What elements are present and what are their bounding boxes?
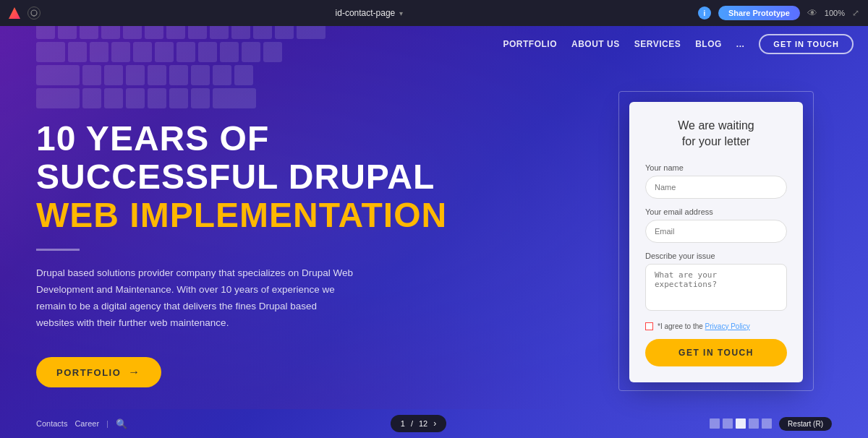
bottom-links: Contacts Career | 🔍 bbox=[36, 418, 127, 429]
hero-divider bbox=[36, 249, 80, 251]
figma-logo-icon bbox=[9, 7, 20, 19]
privacy-checkbox[interactable] bbox=[645, 322, 653, 330]
submit-button[interactable]: GET IN TOUCH bbox=[645, 339, 787, 366]
zoom-level: 100% bbox=[825, 9, 845, 17]
page-name[interactable]: id-contact-page bbox=[336, 8, 396, 18]
nav-item-services[interactable]: SERVICES bbox=[634, 39, 681, 49]
search-icon[interactable]: 🔍 bbox=[116, 418, 127, 429]
privacy-policy-row: *I agree to the Privacy Policy bbox=[645, 322, 787, 330]
privacy-text: *I agree to the Privacy Policy bbox=[658, 322, 750, 330]
nav-item-more[interactable]: ... bbox=[736, 39, 745, 49]
hero-description: Drupal based solutions provider company … bbox=[36, 265, 354, 332]
bottom-right-controls: Restart (R) bbox=[710, 417, 832, 431]
nav-cta-button[interactable]: GET IN TOUCH bbox=[759, 34, 854, 54]
portfolio-button[interactable]: PORTFOLIO → bbox=[36, 357, 161, 387]
contact-form-title: We are waiting for your letter bbox=[645, 118, 787, 150]
pagination-separator: / bbox=[411, 419, 413, 428]
nav-item-about[interactable]: ABOUT US bbox=[571, 39, 620, 49]
portfolio-button-label: PORTFOLIO bbox=[56, 367, 121, 378]
size-box-small[interactable] bbox=[710, 418, 720, 429]
bottom-separator: | bbox=[106, 419, 109, 428]
email-input[interactable] bbox=[645, 220, 787, 243]
issue-textarea[interactable] bbox=[645, 264, 787, 311]
hero-title-line1: 10 YEARS OF bbox=[36, 120, 456, 158]
career-link[interactable]: Career bbox=[75, 419, 99, 428]
contacts-link[interactable]: Contacts bbox=[36, 419, 67, 428]
email-field-label: Your email address bbox=[645, 207, 787, 216]
share-prototype-button[interactable]: Share Prototype bbox=[718, 6, 800, 20]
size-box-xlarge[interactable] bbox=[749, 418, 759, 429]
pagination-current: 1 bbox=[401, 419, 405, 428]
main-area: PORTFOLIO ABOUT US SERVICES BLOG ... GET… bbox=[0, 26, 868, 438]
expand-icon[interactable]: ⤢ bbox=[852, 8, 859, 18]
hero-content: 10 YEARS OF SUCCESSFUL DRUPAL WEB IMPLEM… bbox=[36, 120, 456, 387]
hero-title-highlight: WEB IMPLEMENTATION bbox=[36, 197, 456, 235]
bottom-bar: Contacts Career | 🔍 1 / 12 › Restart (R) bbox=[0, 409, 868, 438]
size-box-large[interactable] bbox=[736, 418, 746, 429]
nav-item-blog[interactable]: BLOG bbox=[695, 39, 722, 49]
toolbar-center: id-contact-page ▾ bbox=[336, 8, 404, 18]
navigation-bar: PORTFOLIO ABOUT US SERVICES BLOG ... GET… bbox=[0, 26, 868, 62]
eye-icon[interactable]: 👁 bbox=[807, 7, 817, 19]
toolbar-right: i Share Prototype 👁 100% ⤢ bbox=[698, 6, 859, 20]
name-input[interactable] bbox=[645, 176, 787, 199]
chevron-down-icon[interactable]: ▾ bbox=[399, 9, 403, 17]
arrow-right-icon: → bbox=[128, 366, 141, 379]
privacy-link[interactable]: Privacy Policy bbox=[705, 322, 750, 330]
pagination-next-icon[interactable]: › bbox=[433, 418, 436, 429]
toolbar: id-contact-page ▾ i Share Prototype 👁 10… bbox=[0, 0, 868, 26]
hero-title-line2: SUCCESSFUL DRUPAL bbox=[36, 158, 456, 197]
size-box-medium[interactable] bbox=[723, 418, 733, 429]
chat-icon[interactable] bbox=[27, 7, 41, 20]
size-box-full[interactable] bbox=[762, 418, 772, 429]
nav-items: PORTFOLIO ABOUT US SERVICES BLOG ... GET… bbox=[503, 34, 854, 54]
issue-field-label: Describe your issue bbox=[645, 252, 787, 260]
nav-item-portfolio[interactable]: PORTFOLIO bbox=[503, 39, 558, 49]
pagination-total: 12 bbox=[419, 419, 427, 428]
pagination-pill: 1 / 12 › bbox=[391, 415, 446, 432]
contact-form-card: We are waiting for your letter Your name… bbox=[629, 102, 803, 382]
restart-button[interactable]: Restart (R) bbox=[779, 417, 832, 431]
name-field-label: Your name bbox=[645, 163, 787, 172]
info-icon[interactable]: i bbox=[698, 7, 711, 20]
toolbar-left bbox=[9, 7, 41, 20]
svg-point-0 bbox=[31, 10, 37, 16]
